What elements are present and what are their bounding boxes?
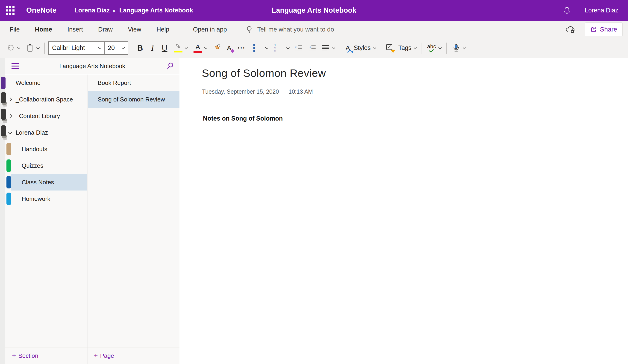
menu-insert[interactable]: Insert: [60, 26, 91, 33]
open-in-app-button[interactable]: Open in app: [193, 26, 227, 33]
share-icon: [590, 26, 597, 33]
section-class-notes[interactable]: Class Notes: [5, 174, 87, 190]
bold-button[interactable]: B: [137, 41, 143, 56]
alignment-button[interactable]: [321, 41, 335, 56]
section-handouts[interactable]: Handouts: [5, 141, 87, 157]
topbar-divider: [66, 5, 66, 16]
undo-button[interactable]: [6, 41, 20, 56]
page-label: Book Report: [98, 79, 131, 86]
notifications-button[interactable]: [562, 6, 571, 15]
note-meta: Tuesday, September 15, 2020 10:13 AM: [202, 88, 313, 95]
alignment-chevron-icon: [332, 46, 335, 49]
section-group-label: Lorena Diaz: [5, 129, 48, 136]
ellipsis-icon: •••: [238, 46, 245, 50]
nav-menu-button[interactable]: [11, 63, 19, 69]
menu-draw[interactable]: Draw: [90, 26, 120, 33]
toolbar-divider: [340, 43, 340, 54]
sections-pane: Welcome _Collaboration Space _Content Li…: [5, 74, 87, 347]
bulleted-list-icon: [253, 44, 263, 52]
font-color-chevron-icon: [204, 46, 207, 49]
notebook-title: Language Arts Notebook: [59, 62, 125, 70]
spell-check-button[interactable]: abc: [427, 41, 441, 56]
clear-formatting-button[interactable]: A: [227, 41, 231, 56]
dictate-chevron-icon: [463, 46, 466, 49]
note-title[interactable]: Song of Solomon Review: [202, 67, 326, 79]
section-group-collaboration-space[interactable]: _Collaboration Space: [5, 91, 87, 108]
tags-chevron-icon: [414, 46, 417, 49]
tags-icon: ★: [386, 44, 394, 52]
paste-dropdown-chevron-icon: [36, 46, 40, 49]
section-group-content-library[interactable]: _Content Library: [5, 108, 87, 124]
underline-button[interactable]: U: [162, 41, 167, 56]
font-color-button[interactable]: A: [194, 41, 207, 56]
section-label: Class Notes: [5, 179, 54, 186]
bell-icon: [562, 6, 571, 15]
spell-check-icon: abc: [427, 44, 436, 53]
decrease-indent-button[interactable]: [295, 41, 303, 56]
spell-check-chevron-icon: [438, 46, 442, 49]
italic-button[interactable]: I: [151, 41, 154, 56]
cloud-saved-icon: [565, 26, 575, 33]
pages-pane: Book Report Song of Solomon Review: [87, 74, 179, 347]
section-label: Homework: [5, 195, 50, 202]
add-section-button[interactable]: + Section: [5, 347, 87, 364]
section-homework[interactable]: Homework: [5, 190, 87, 207]
share-button[interactable]: Share: [585, 23, 623, 36]
increase-indent-button[interactable]: [308, 41, 316, 56]
font-size-select[interactable]: 20: [104, 41, 128, 55]
toolbar-divider: [422, 43, 422, 54]
section-welcome[interactable]: Welcome: [5, 74, 87, 91]
lightbulb-icon: [245, 26, 253, 33]
format-painter-button[interactable]: [213, 41, 222, 56]
page-label: Song of Solomon Review: [98, 96, 165, 103]
note-body-text[interactable]: Notes on Song of Solomon: [203, 115, 283, 122]
note-title-underline: [201, 84, 327, 84]
account-user-name[interactable]: Lorena Diaz: [585, 7, 618, 14]
outdent-icon: [295, 44, 303, 52]
add-page-label: Page: [100, 352, 114, 360]
section-label: Quizzes: [5, 162, 43, 169]
clear-formatting-icon: A: [227, 44, 231, 52]
tell-me-box[interactable]: Tell me what you want to do: [245, 26, 334, 33]
highlight-button[interactable]: [174, 41, 187, 56]
font-name-select[interactable]: Calibri Light: [48, 41, 105, 55]
breadcrumb-notebook[interactable]: Language Arts Notebook: [119, 7, 193, 14]
highlight-chevron-icon: [185, 46, 188, 49]
plus-icon: +: [94, 352, 98, 359]
dictate-button[interactable]: [452, 41, 466, 56]
paste-button[interactable]: [26, 41, 39, 56]
menu-view[interactable]: View: [120, 26, 149, 33]
tags-label: Tags: [398, 44, 411, 52]
plus-icon: +: [12, 352, 16, 359]
section-quizzes[interactable]: Quizzes: [5, 157, 87, 174]
menubar-right: Share: [565, 23, 628, 36]
more-formatting-button[interactable]: •••: [238, 41, 245, 56]
page-song-of-solomon-review[interactable]: Song of Solomon Review: [88, 91, 179, 108]
breadcrumb-separator-icon: ▸: [113, 7, 116, 13]
tags-button[interactable]: ★ Tags: [386, 41, 416, 56]
note-canvas[interactable]: Song of Solomon Review Tuesday, Septembe…: [180, 58, 628, 364]
toolbar-divider: [446, 43, 447, 54]
onenote-app: OneNote Lorena Diaz ▸ Language Arts Note…: [0, 0, 628, 364]
workspace: Language Arts Notebook Welcome _Collabor…: [0, 58, 628, 364]
breadcrumb: Lorena Diaz ▸ Language Arts Notebook: [75, 7, 193, 14]
search-icon: [166, 62, 174, 70]
bulleted-list-button[interactable]: [253, 41, 268, 56]
section-group-lorena-diaz[interactable]: Lorena Diaz: [5, 124, 87, 141]
add-page-button[interactable]: + Page: [87, 347, 179, 364]
breadcrumb-user[interactable]: Lorena Diaz: [75, 7, 110, 14]
search-button[interactable]: [166, 62, 174, 70]
font-size-value: 20: [108, 44, 115, 52]
section-color-tab: [1, 77, 5, 89]
app-launcher-button[interactable]: [0, 0, 20, 21]
font-color-icon: A: [194, 44, 202, 53]
menu-file[interactable]: File: [10, 26, 27, 33]
menu-home[interactable]: Home: [27, 26, 60, 33]
menu-help[interactable]: Help: [149, 26, 177, 33]
styles-button[interactable]: A Styles: [345, 41, 376, 56]
page-book-report[interactable]: Book Report: [88, 74, 179, 91]
styles-chevron-icon: [373, 46, 376, 49]
numbered-list-button[interactable]: 1 2 3: [274, 41, 289, 56]
navigation-header: Language Arts Notebook: [5, 58, 179, 74]
app-name[interactable]: OneNote: [26, 6, 56, 14]
